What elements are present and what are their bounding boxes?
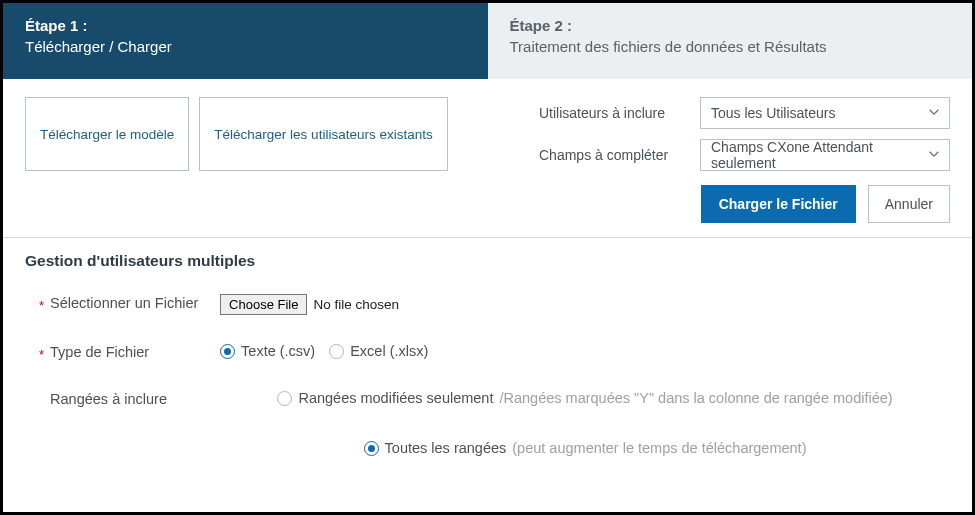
step-1-title: Étape 1 : [25, 15, 466, 36]
download-buttons: Télécharger le modèle Télécharger les ut… [25, 97, 448, 171]
rows-include-label: Rangées à inclure [50, 390, 220, 409]
users-to-include-row: Utilisateurs à inclure Tous les Utilisat… [539, 97, 950, 129]
choose-file-button[interactable]: Choose File [220, 294, 307, 315]
download-existing-users-button[interactable]: Télécharger les utilisateurs existants [199, 97, 447, 171]
file-type-csv-label: Texte (.csv) [241, 343, 315, 359]
file-type-label: Type de Fichier [50, 343, 220, 362]
rows-all-label: Toutes les rangées [385, 440, 507, 456]
file-chosen-text: No file chosen [313, 297, 399, 312]
file-type-row: * Type de Fichier Texte (.csv) Excel (.x… [3, 337, 972, 384]
download-template-button[interactable]: Télécharger le modèle [25, 97, 189, 171]
fields-to-complete-row: Champs à compléter Champs CXone Attendan… [539, 139, 950, 171]
rows-modified-label: Rangées modifiées seulement [298, 390, 493, 406]
users-to-include-select[interactable]: Tous les Utilisateurs [700, 97, 950, 129]
radio-icon [220, 344, 235, 359]
rows-all-radio[interactable]: Toutes les rangées (peut augmenter le te… [364, 440, 807, 456]
fields-to-complete-value: Champs CXone Attendant seulement [711, 139, 919, 171]
radio-icon [277, 391, 292, 406]
rows-include-row: * Rangées à inclure Rangées modifiées se… [3, 384, 972, 478]
file-type-csv-radio[interactable]: Texte (.csv) [220, 343, 315, 359]
step-2-title: Étape 2 : [510, 15, 951, 36]
load-file-button[interactable]: Charger le Fichier [701, 185, 856, 223]
file-input-group: Choose File No file chosen [220, 294, 950, 315]
required-star: * [39, 347, 44, 362]
radio-icon [364, 441, 379, 456]
select-file-row: * Sélectionner un Fichier Choose File No… [3, 288, 972, 337]
step-1-subtitle: Télécharger / Charger [25, 36, 466, 57]
required-star: * [39, 298, 44, 313]
section-title: Gestion d'utilisateurs multiples [3, 238, 972, 288]
fields-to-complete-select[interactable]: Champs CXone Attendant seulement [700, 139, 950, 171]
step-2-subtitle: Traitement des fichiers de données et Ré… [510, 36, 951, 57]
actions-row: Charger le Fichier Annuler [3, 171, 972, 237]
step-1[interactable]: Étape 1 : Télécharger / Charger [3, 3, 488, 79]
select-file-label: Sélectionner un Fichier [50, 294, 220, 313]
rows-include-radio-group: Rangées modifiées seulement /Rangées mar… [220, 390, 950, 456]
file-type-xlsx-radio[interactable]: Excel (.xlsx) [329, 343, 428, 359]
steps-bar: Étape 1 : Télécharger / Charger Étape 2 … [3, 3, 972, 79]
file-type-xlsx-label: Excel (.xlsx) [350, 343, 428, 359]
file-type-radio-group: Texte (.csv) Excel (.xlsx) [220, 343, 950, 359]
step-2[interactable]: Étape 2 : Traitement des fichiers de don… [488, 3, 973, 79]
chevron-down-icon [927, 105, 941, 122]
rows-modified-radio[interactable]: Rangées modifiées seulement /Rangées mar… [277, 390, 892, 406]
cancel-button[interactable]: Annuler [868, 185, 950, 223]
users-to-include-label: Utilisateurs à inclure [539, 105, 684, 121]
fields-to-complete-label: Champs à compléter [539, 147, 684, 163]
chevron-down-icon [927, 147, 941, 164]
rows-all-hint: (peut augmenter le temps de téléchargeme… [512, 440, 806, 456]
rows-modified-hint: /Rangées marquées "Y" dans la colonne de… [499, 390, 892, 406]
wizard-container: Étape 1 : Télécharger / Charger Étape 2 … [3, 3, 972, 512]
controls-row: Télécharger le modèle Télécharger les ut… [3, 79, 972, 171]
filter-fields: Utilisateurs à inclure Tous les Utilisat… [539, 97, 950, 171]
users-to-include-value: Tous les Utilisateurs [711, 105, 836, 121]
radio-icon [329, 344, 344, 359]
